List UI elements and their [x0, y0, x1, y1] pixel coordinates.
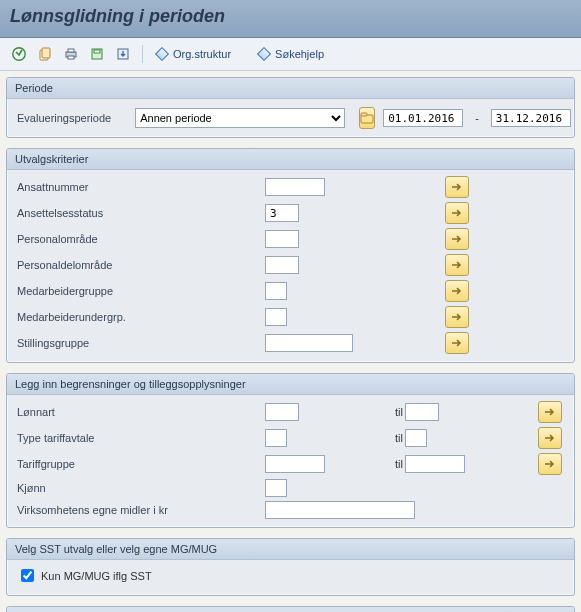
lonnart-label: Lønnart: [15, 406, 265, 418]
kun-mgmug-label: Kun MG/MUG iflg SST: [41, 570, 152, 582]
tariffgruppe-multi-button[interactable]: [538, 453, 562, 475]
medarbeidergruppe-input[interactable]: [265, 282, 287, 300]
arrow-right-icon: [451, 286, 463, 296]
application-toolbar: Org.struktur Søkehjelp: [0, 38, 581, 71]
lonnart-multi-button[interactable]: [538, 401, 562, 423]
print-button[interactable]: [60, 43, 82, 65]
print-icon: [64, 47, 78, 61]
tariffgruppe-from-input[interactable]: [265, 455, 325, 473]
medarbeiderundergrp-multi-button[interactable]: [445, 306, 469, 328]
personalomrade-multi-button[interactable]: [445, 228, 469, 250]
medarbeiderundergrp-label: Medarbeiderundergrp.: [15, 311, 265, 323]
periode-value-help-button[interactable]: [359, 107, 375, 129]
arrow-right-icon: [451, 312, 463, 322]
evalueringsperiode-select[interactable]: Annen periode: [135, 108, 345, 128]
window-title: Lønnsglidning i perioden: [0, 0, 581, 38]
periode-to-input[interactable]: [491, 109, 571, 127]
arrow-right-icon: [451, 234, 463, 244]
medarbeiderundergrp-input[interactable]: [265, 308, 287, 326]
periode-from-input[interactable]: [383, 109, 463, 127]
personaldelomrade-input[interactable]: [265, 256, 299, 274]
ansettelsesstatus-multi-button[interactable]: [445, 202, 469, 224]
virksomhet-label: Virksomhetens egne midler i kr: [15, 504, 265, 516]
arrow-right-icon: [451, 338, 463, 348]
arrow-right-icon: [451, 260, 463, 270]
arrow-right-icon: [544, 459, 556, 469]
search-help-button[interactable]: Søkehjelp: [253, 42, 330, 66]
stillingsgruppe-label: Stillingsgruppe: [15, 337, 265, 349]
evalueringsperiode-label: Evalueringsperiode: [15, 112, 111, 124]
kun-mgmug-checkbox[interactable]: [21, 569, 34, 582]
utvalgskriterier-header: Utvalgskriterier: [7, 149, 574, 170]
svg-rect-5: [68, 56, 74, 59]
save-icon: [90, 47, 104, 61]
lonnart-to-input[interactable]: [405, 403, 439, 421]
lonnart-from-input[interactable]: [265, 403, 299, 421]
save-variant-button[interactable]: [86, 43, 108, 65]
periode-header: Periode: [7, 78, 574, 99]
ansattnummer-input[interactable]: [265, 178, 325, 196]
execute-icon: [12, 47, 26, 61]
begrensninger-group: Legg inn begrensninger og tilleggsopplys…: [6, 373, 575, 528]
search-help-label: Søkehjelp: [275, 48, 324, 60]
export-button[interactable]: [34, 43, 56, 65]
tariffavtale-to-input[interactable]: [405, 429, 427, 447]
ansattnummer-label: Ansattnummer: [15, 181, 265, 193]
svg-rect-2: [42, 48, 50, 58]
toolbar-separator: [142, 45, 143, 63]
begrensninger-header: Legg inn begrensninger og tilleggsopplys…: [7, 374, 574, 395]
svg-rect-10: [361, 113, 367, 116]
arrow-right-icon: [544, 407, 556, 417]
medarbeidergruppe-multi-button[interactable]: [445, 280, 469, 302]
tariffavtale-til-label: til: [335, 432, 405, 444]
svg-rect-4: [68, 49, 74, 52]
arrow-right-icon: [544, 433, 556, 443]
content-area: Periode Evalueringsperiode Annen periode…: [0, 71, 581, 612]
tariffavtale-label: Type tariffavtale: [15, 432, 265, 444]
export-icon: [38, 47, 52, 61]
personalomrade-label: Personalområde: [15, 233, 265, 245]
tariffgruppe-label: Tariffgruppe: [15, 458, 265, 470]
org-structure-button[interactable]: Org.struktur: [151, 42, 237, 66]
kjonn-label: Kjønn: [15, 482, 265, 494]
org-structure-label: Org.struktur: [173, 48, 231, 60]
utvalgskriterier-group: Utvalgskriterier Ansattnummer Ansettelse…: [6, 148, 575, 363]
utdataformat-header: Utdataformat: [7, 607, 574, 612]
periode-dash: -: [471, 112, 483, 124]
tariffavtale-multi-button[interactable]: [538, 427, 562, 449]
personalomrade-input[interactable]: [265, 230, 299, 248]
sst-group: Velg SST utvalg eller velg egne MG/MUG K…: [6, 538, 575, 596]
diamond-icon: [257, 47, 271, 61]
periode-group: Periode Evalueringsperiode Annen periode…: [6, 77, 575, 138]
kjonn-input[interactable]: [265, 479, 287, 497]
virksomhet-input[interactable]: [265, 501, 415, 519]
ansettelsesstatus-input[interactable]: [265, 204, 299, 222]
tariffgruppe-to-input[interactable]: [405, 455, 465, 473]
sst-header: Velg SST utvalg eller velg egne MG/MUG: [7, 539, 574, 560]
lonnart-til-label: til: [335, 406, 405, 418]
personaldelomrade-label: Personaldelområde: [15, 259, 265, 271]
folder-search-icon: [360, 112, 374, 124]
get-variant-icon: [116, 47, 130, 61]
get-variant-button[interactable]: [112, 43, 134, 65]
arrow-right-icon: [451, 182, 463, 192]
medarbeidergruppe-label: Medarbeidergruppe: [15, 285, 265, 297]
diamond-icon: [155, 47, 169, 61]
svg-rect-7: [94, 50, 100, 53]
stillingsgruppe-multi-button[interactable]: [445, 332, 469, 354]
ansattnummer-multi-button[interactable]: [445, 176, 469, 198]
tariffavtale-from-input[interactable]: [265, 429, 287, 447]
utdataformat-group: Utdataformat Oppsett: [6, 606, 575, 612]
tariffgruppe-til-label: til: [335, 458, 405, 470]
personaldelomrade-multi-button[interactable]: [445, 254, 469, 276]
execute-button[interactable]: [8, 43, 30, 65]
arrow-right-icon: [451, 208, 463, 218]
ansettelsesstatus-label: Ansettelsesstatus: [15, 207, 265, 219]
stillingsgruppe-input[interactable]: [265, 334, 353, 352]
